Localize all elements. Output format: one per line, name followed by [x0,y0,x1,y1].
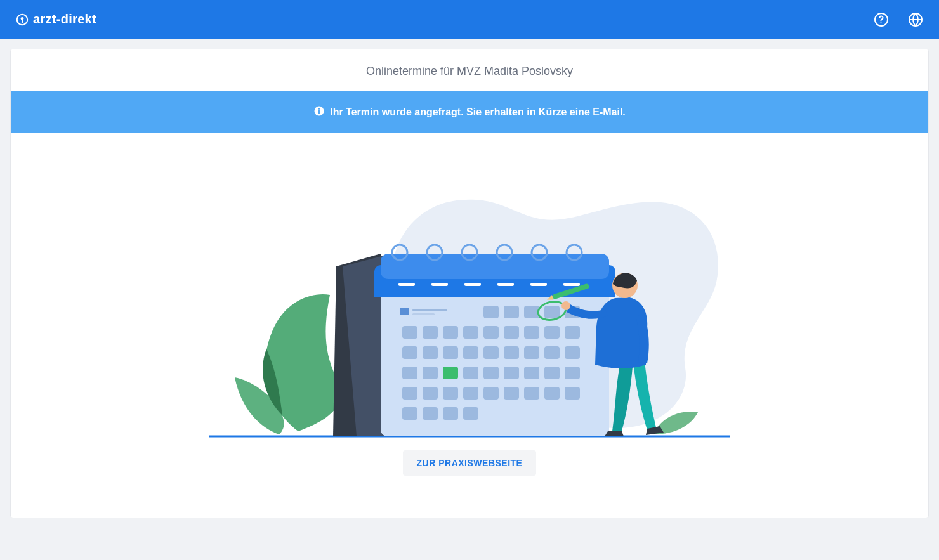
svg-rect-61 [483,387,499,400]
svg-point-72 [561,301,570,310]
svg-rect-41 [423,346,438,359]
svg-rect-45 [504,346,519,359]
confirmation-text: Ihr Termin wurde angefragt. Sie erhalten… [330,107,626,118]
svg-rect-23 [400,308,409,315]
svg-rect-44 [483,346,499,359]
svg-rect-12 [431,283,448,286]
svg-point-3 [881,22,882,23]
svg-rect-34 [463,326,478,339]
page-title: Onlinetermine für MVZ Madita Poslovsky [11,49,928,91]
svg-rect-50 [423,367,438,379]
svg-rect-67 [423,407,438,420]
practice-website-button[interactable]: ZUR PRAXISWEBSEITE [403,450,537,476]
svg-rect-38 [544,326,560,339]
svg-rect-48 [565,346,580,359]
svg-rect-7 [318,110,320,114]
svg-rect-15 [530,283,547,286]
svg-rect-60 [463,387,478,400]
svg-rect-37 [524,326,539,339]
svg-rect-51 [463,367,478,379]
svg-rect-69 [463,407,478,420]
svg-rect-62 [504,387,519,400]
svg-rect-65 [565,387,580,400]
info-icon [313,105,325,119]
svg-rect-42 [443,346,458,359]
brand[interactable]: arzt-direkt [15,12,96,27]
main-card: Onlinetermine für MVZ Madita Poslovsky I… [10,49,929,518]
svg-rect-57 [402,387,417,400]
svg-rect-11 [398,283,415,286]
svg-rect-52 [483,367,499,379]
svg-rect-68 [443,407,458,420]
topbar-actions [873,11,924,28]
svg-rect-36 [504,326,519,339]
brand-logo-icon [15,13,29,27]
svg-rect-47 [544,346,560,359]
svg-rect-58 [423,387,438,400]
brand-name: arzt-direkt [33,12,96,27]
calendar-illustration [209,159,730,438]
svg-rect-54 [524,367,539,379]
svg-rect-13 [464,283,481,286]
help-icon[interactable] [873,11,890,28]
svg-point-6 [318,108,320,109]
svg-rect-46 [524,346,539,359]
svg-rect-53 [504,367,519,379]
svg-rect-29 [544,306,560,318]
svg-rect-33 [443,326,458,339]
svg-rect-70 [443,367,458,379]
svg-rect-26 [483,306,499,318]
svg-rect-64 [544,387,560,400]
svg-rect-63 [524,387,539,400]
confirmation-banner: Ihr Termin wurde angefragt. Sie erhalten… [11,91,928,133]
svg-rect-55 [544,367,560,379]
svg-rect-25 [412,313,435,315]
svg-rect-28 [524,306,539,318]
svg-rect-40 [402,346,417,359]
svg-rect-66 [402,407,417,420]
svg-rect-16 [563,283,580,286]
svg-rect-43 [463,346,478,359]
svg-rect-14 [497,283,514,286]
svg-rect-56 [565,367,580,379]
globe-icon[interactable] [907,11,924,28]
top-navbar: arzt-direkt [0,0,939,39]
svg-rect-32 [423,326,438,339]
svg-rect-49 [402,367,417,379]
svg-rect-31 [402,326,417,339]
svg-rect-10 [381,254,609,279]
svg-rect-24 [412,309,447,311]
svg-rect-35 [483,326,499,339]
svg-rect-59 [443,387,458,400]
svg-rect-27 [504,306,519,318]
svg-rect-39 [565,326,580,339]
